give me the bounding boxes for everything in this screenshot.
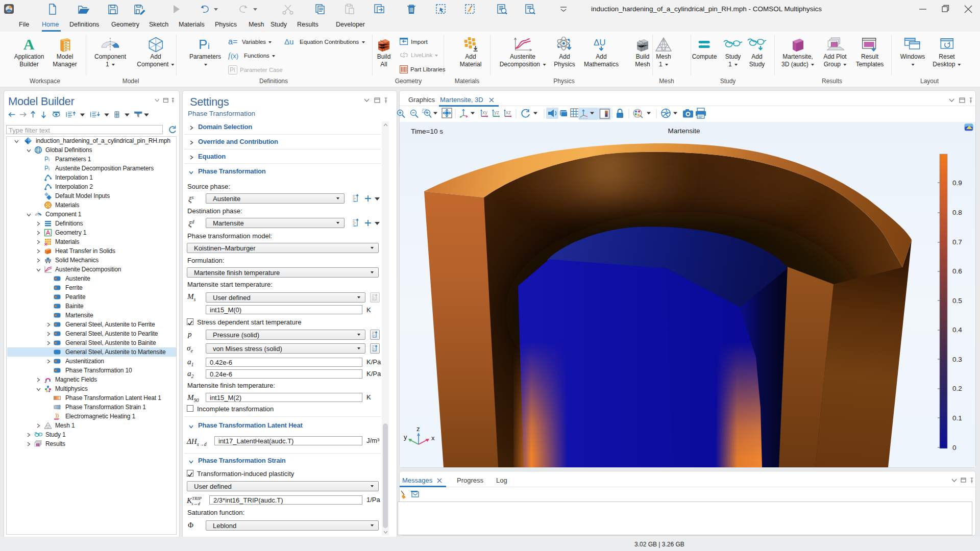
svg-text:y: y: [404, 433, 407, 441]
svg-text:0.6: 0.6: [952, 267, 962, 275]
svg-text:0: 0: [952, 444, 957, 452]
svg-text:z: z: [416, 425, 420, 433]
svg-text:0.2: 0.2: [952, 385, 962, 392]
svg-text:A: A: [23, 37, 35, 52]
svg-text:Time=10 s: Time=10 s: [411, 128, 443, 135]
svg-text:0.9: 0.9: [952, 179, 962, 187]
svg-text:P: P: [199, 37, 207, 52]
svg-text:ΔU: ΔU: [594, 38, 606, 47]
svg-text:0.8: 0.8: [952, 209, 962, 216]
svg-text:+: +: [44, 381, 46, 384]
svg-text:x: x: [431, 434, 435, 442]
svg-text:0.5: 0.5: [952, 297, 962, 305]
svg-text:xz: xz: [506, 110, 511, 115]
svg-text:Martensite: Martensite: [668, 127, 700, 135]
svg-text:i: i: [48, 166, 50, 171]
svg-text:i: i: [48, 157, 50, 162]
svg-text:xy: xy: [482, 110, 487, 115]
svg-text:a=: a=: [228, 38, 237, 46]
svg-text:yz: yz: [494, 110, 499, 115]
svg-text:i: i: [208, 41, 210, 51]
svg-text:0.7: 0.7: [952, 238, 962, 246]
svg-text:Δu: Δu: [284, 38, 293, 46]
svg-text:0.1: 0.1: [952, 414, 962, 422]
svg-text:0.3: 0.3: [952, 356, 962, 363]
svg-text:_: _: [50, 380, 53, 384]
svg-text:P: P: [44, 165, 48, 172]
svg-text:(x): (x): [231, 52, 238, 60]
svg-text:P: P: [44, 156, 48, 163]
svg-text:Pi: Pi: [230, 66, 235, 73]
svg-text:0.4: 0.4: [952, 326, 962, 334]
